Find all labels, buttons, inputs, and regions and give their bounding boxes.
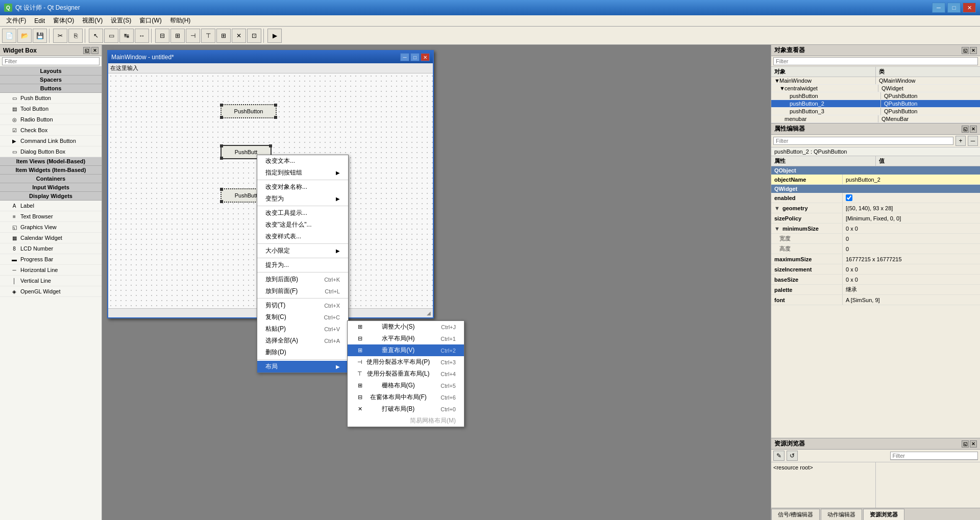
obj-inspector-float[interactable]: ◱ xyxy=(962,47,969,54)
widget-lcd-number[interactable]: 8 LCD Number xyxy=(0,243,102,254)
widget-vertical-line[interactable]: │ Vertical Line xyxy=(0,276,102,286)
cm-change-tooltip[interactable]: 改变工具提示... xyxy=(257,207,348,219)
cm-paste[interactable]: 粘贴(P) Ctrl+V xyxy=(257,323,348,335)
widget-radio-button[interactable]: ◎ Radio Button xyxy=(0,114,102,125)
cm-change-stylesheet[interactable]: 改变样式表... xyxy=(257,231,348,242)
category-layouts[interactable]: Layouts xyxy=(0,67,102,76)
category-display-widgets[interactable]: Display Widgets xyxy=(0,192,102,201)
sub-vlayout[interactable]: ⊞ 垂直布局(V) Ctrl+2 xyxy=(348,344,464,356)
obj-row-mainwindow[interactable]: ▼MainWindow QMainWindow xyxy=(771,77,980,85)
widget-opengl[interactable]: ◈ OpenGL Widget xyxy=(0,286,102,297)
prop-row-width[interactable]: 宽度 0 xyxy=(771,234,980,244)
menu-settings[interactable]: 设置(S) xyxy=(107,15,135,26)
cm-size-constraints[interactable]: 大小限定 ▶ xyxy=(257,245,348,257)
cm-send-back[interactable]: 放到后面(B) Ctrl+K xyxy=(257,274,348,285)
toolbar-cut[interactable]: ✂ xyxy=(53,29,67,43)
cm-assign-group[interactable]: 指定到按钮组 ▶ xyxy=(257,167,348,179)
cm-change-name[interactable]: 改变对象名称... xyxy=(257,181,348,193)
sub-splitter-v[interactable]: ⊤ 使用分裂器垂直布局(L) Ctrl+4 xyxy=(348,368,464,380)
obj-inspector-close[interactable]: ✕ xyxy=(970,47,977,54)
toolbar-tab[interactable]: ↹ xyxy=(119,29,134,43)
res-refresh-button[interactable]: ↺ xyxy=(787,451,798,461)
obj-filter-input[interactable] xyxy=(773,57,978,65)
menu-help[interactable]: 帮助(H) xyxy=(166,15,195,26)
menu-edit[interactable]: Edit xyxy=(30,16,49,26)
canvas-pushbutton-1[interactable]: PushButton xyxy=(220,104,277,118)
prop-filter-input[interactable] xyxy=(773,137,953,145)
widget-check-box[interactable]: ☑ Check Box xyxy=(0,125,102,136)
toolbar-copy[interactable]: ⎘ xyxy=(68,29,83,43)
tab-resources[interactable]: 资源浏览器 xyxy=(863,509,904,520)
cm-delete[interactable]: 删除(D) xyxy=(257,346,348,358)
widget-filter-input[interactable] xyxy=(2,57,100,65)
designer-maximize[interactable]: □ xyxy=(410,53,420,61)
toolbar-widget[interactable]: ▭ xyxy=(104,29,118,43)
obj-row-pushbutton2[interactable]: pushButton_2 QPushButton xyxy=(771,100,980,108)
widget-box-close[interactable]: ✕ xyxy=(91,47,99,54)
category-containers[interactable]: Containers xyxy=(0,175,102,183)
menu-view[interactable]: 视图(V) xyxy=(78,15,107,26)
enabled-checkbox[interactable] xyxy=(846,194,852,201)
category-spacers[interactable]: Spacers xyxy=(0,76,102,84)
obj-row-pushbutton3[interactable]: pushButton_3 QPushButton xyxy=(771,108,980,115)
cm-bring-front[interactable]: 放到前面(F) Ctrl+L xyxy=(257,285,348,297)
toolbar-hlayout[interactable]: ⊟ xyxy=(155,29,169,43)
widget-push-button[interactable]: ▭ Push Button xyxy=(0,93,102,104)
prop-row-enabled[interactable]: enabled xyxy=(771,193,980,203)
widget-label[interactable]: A Label xyxy=(0,201,102,211)
designer-close[interactable]: ✕ xyxy=(421,53,430,61)
prop-row-sizeincrement[interactable]: sizeIncrement 0 x 0 xyxy=(771,264,980,275)
maximize-button[interactable]: □ xyxy=(947,3,961,13)
prop-remove-button[interactable]: ─ xyxy=(968,136,978,146)
menu-file[interactable]: 文件(F) xyxy=(2,15,30,26)
widget-graphics-view[interactable]: ◱ Graphics View xyxy=(0,222,102,233)
obj-row-centralwidget[interactable]: ▼centralwidget QWidget xyxy=(771,85,980,92)
widget-calendar[interactable]: ▦ Calendar Widget xyxy=(0,233,102,243)
widget-dialog-button-box[interactable]: ▭ Dialog Button Box xyxy=(0,146,102,157)
cm-morph[interactable]: 变型为 ▶ xyxy=(257,193,348,205)
cm-copy[interactable]: 复制(C) Ctrl+C xyxy=(257,311,348,323)
sub-splitter-h[interactable]: ⊣ 使用分裂器水平布局(P) Ctrl+3 xyxy=(348,356,464,368)
toolbar-hsplit[interactable]: ⊣ xyxy=(186,29,200,43)
res-browser-float[interactable]: ◱ xyxy=(962,440,969,448)
prop-row-palette[interactable]: palette 继承 xyxy=(771,285,980,295)
prop-row-maxsize[interactable]: maximumSize 16777215 x 16777215 xyxy=(771,254,980,264)
res-browser-close[interactable]: ✕ xyxy=(970,440,977,448)
res-filter-input[interactable] xyxy=(890,452,978,460)
category-item-views[interactable]: Item Views (Model-Based) xyxy=(0,157,102,166)
res-edit-button[interactable]: ✎ xyxy=(773,451,785,461)
cm-select-all[interactable]: 选择全部(A) Ctrl+A xyxy=(257,335,348,346)
cm-layout[interactable]: 布局 ▶ xyxy=(257,361,348,373)
obj-row-pushbutton1[interactable]: pushButton QPushButton xyxy=(771,92,980,100)
minimize-button[interactable]: ─ xyxy=(932,3,945,13)
widget-box-float[interactable]: ◱ xyxy=(83,47,90,54)
prop-row-geometry[interactable]: ▼geometry [(50, 140), 93 x 28] xyxy=(771,203,980,213)
cm-change-whatsthis[interactable]: 改变"这是什么"... xyxy=(257,219,348,231)
toolbar-vsplit[interactable]: ⊤ xyxy=(201,29,215,43)
obj-row-menubar[interactable]: menubar QMenuBar xyxy=(771,115,980,123)
menu-form[interactable]: 窗体(O) xyxy=(49,15,78,26)
widget-progress-bar[interactable]: ▬ Progress Bar xyxy=(0,254,102,265)
prop-row-font[interactable]: font A [SimSun, 9] xyxy=(771,295,980,305)
toolbar-new[interactable]: 📄 xyxy=(2,29,16,43)
widget-horizontal-line[interactable]: ─ Horizontal Line xyxy=(0,265,102,276)
menu-window[interactable]: 窗口(W) xyxy=(135,15,165,26)
tab-signals[interactable]: 信号/槽编辑器 xyxy=(771,509,820,520)
prop-editor-close[interactable]: ✕ xyxy=(970,126,977,133)
prop-row-height[interactable]: 高度 0 xyxy=(771,244,980,254)
prop-add-button[interactable]: + xyxy=(955,136,966,146)
tab-actions[interactable]: 动作编辑器 xyxy=(821,509,862,520)
toolbar-pointer[interactable]: ↖ xyxy=(89,29,103,43)
toolbar-break[interactable]: ✕ xyxy=(232,29,246,43)
prop-row-sizepolicy[interactable]: sizePolicy [Minimum, Fixed, 0, 0] xyxy=(771,213,980,224)
close-button[interactable]: ✕ xyxy=(963,3,976,13)
widget-text-browser[interactable]: ≡ Text Browser xyxy=(0,211,102,222)
cm-promote[interactable]: 提升为... xyxy=(257,259,348,271)
category-buttons[interactable]: Buttons xyxy=(0,84,102,93)
prop-row-minsize[interactable]: ▼minimumSize 0 x 0 xyxy=(771,224,980,234)
toolbar-preview[interactable]: ▶ xyxy=(267,29,282,43)
toolbar-buddy[interactable]: ↔ xyxy=(135,29,149,43)
prop-row-objectname[interactable]: objectName pushButton_2 xyxy=(771,175,980,185)
sub-form-layout[interactable]: ⊟ 在窗体布局中布局(F) Ctrl+6 xyxy=(348,391,464,403)
widget-tool-button[interactable]: ▤ Tool Button xyxy=(0,104,102,114)
